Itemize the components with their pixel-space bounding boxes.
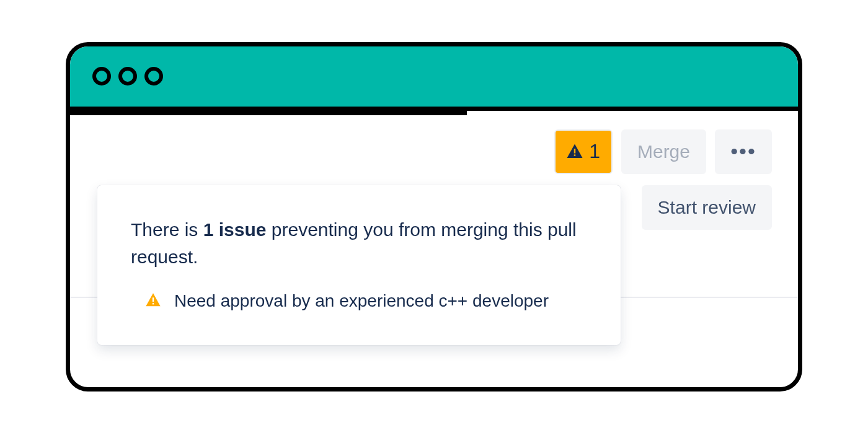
merge-toolbar: 1 Merge ••• xyxy=(96,129,772,174)
content: 1 Merge ••• Start review There is 1 issu… xyxy=(70,111,798,230)
traffic-lights xyxy=(92,67,163,85)
merge-button[interactable]: Merge xyxy=(621,129,706,174)
merge-blocker-popover: There is 1 issue preventing you from mer… xyxy=(97,185,621,345)
issue-count-number: 1 xyxy=(589,140,600,163)
window-close-button[interactable] xyxy=(92,67,111,85)
issue-list-item: Need approval by an experienced c++ deve… xyxy=(131,288,587,313)
more-actions-button[interactable]: ••• xyxy=(715,129,772,174)
window-titlebar xyxy=(70,46,798,111)
svg-rect-2 xyxy=(153,298,154,302)
svg-rect-0 xyxy=(574,149,576,154)
warning-icon xyxy=(144,292,162,309)
warning-icon xyxy=(565,142,584,161)
heading-issue-count: 1 issue xyxy=(203,219,267,240)
popover-heading: There is 1 issue preventing you from mer… xyxy=(131,216,587,271)
svg-rect-1 xyxy=(574,154,576,156)
svg-rect-3 xyxy=(153,303,154,304)
window-minimize-button[interactable] xyxy=(118,67,137,85)
browser-window: 1 Merge ••• Start review There is 1 issu… xyxy=(66,42,802,391)
start-review-button[interactable]: Start review xyxy=(642,185,772,230)
window-maximize-button[interactable] xyxy=(144,67,163,85)
issue-text: Need approval by an experienced c++ deve… xyxy=(174,288,549,313)
issue-count-badge[interactable]: 1 xyxy=(554,129,613,174)
heading-text-before: There is xyxy=(131,219,203,240)
